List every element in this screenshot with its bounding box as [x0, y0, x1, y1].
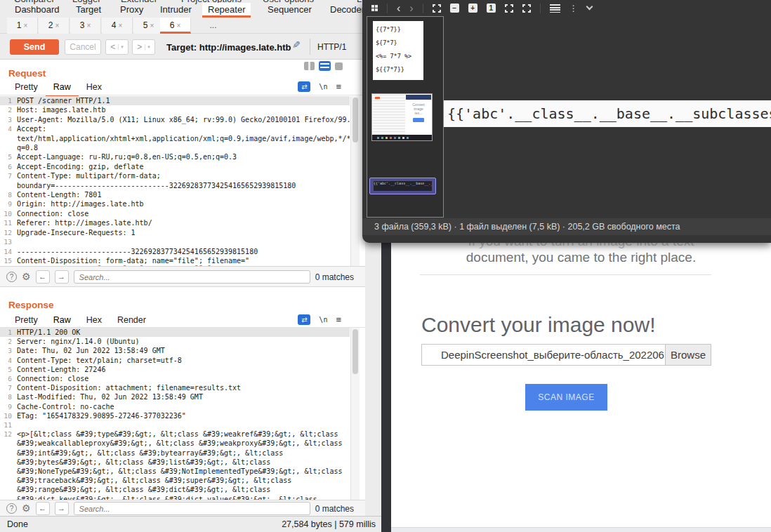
history-back-button[interactable]: < ▾: [105, 39, 128, 55]
code-line: 1POST /scanner HTTP/1.1: [0, 96, 350, 105]
response-scrollbar[interactable]: [350, 328, 360, 500]
code-line: 12<p>[&lt;class &#39;type&#39;&gt;, &lt;…: [0, 430, 350, 500]
payload-line: <%= 7*7 %>: [376, 50, 423, 63]
list-view-icon[interactable]: [550, 4, 560, 13]
response-editor-icons: ⇄ \n ≡: [298, 314, 341, 325]
line-text: Server: nginx/1.14.0 (Ubuntu): [17, 337, 140, 346]
single-layout-icon[interactable]: [335, 62, 343, 70]
close-icon[interactable]: ×: [150, 22, 154, 29]
burp-module-tab[interactable]: Target: [70, 3, 107, 18]
line-number: 4: [0, 124, 17, 152]
burp-module-tab[interactable]: Proxy: [114, 3, 149, 18]
thumbnail-screenshot[interactable]: Convert image tex...: [371, 93, 433, 141]
line-text: Accept-Language: ru-RU,ru;q=0.8,en-US;q=…: [17, 152, 237, 161]
help-icon[interactable]: ?: [6, 503, 17, 514]
thumbnail-payload-strip: {{'abc'.__class__.__base__.__subclasses_…: [374, 181, 432, 191]
burp-module-tab[interactable]: Sequencer: [262, 3, 317, 18]
code-line: 2Server: nginx/1.14.0 (Ubuntu): [0, 337, 350, 346]
code-line: 1HTTP/1.1 200 OK: [0, 328, 350, 337]
zoom-out-icon[interactable]: −: [450, 4, 459, 13]
match-count: 0 matches: [315, 272, 354, 282]
zoom-in-icon[interactable]: +: [468, 4, 477, 13]
zoom-actual-size-icon[interactable]: 1: [487, 4, 496, 13]
close-icon[interactable]: ×: [86, 22, 91, 29]
rows-layout-icon[interactable]: [319, 62, 330, 70]
prev-match-button[interactable]: ←: [36, 502, 50, 515]
burp-module-tab[interactable]: Dashboard: [9, 3, 65, 18]
close-icon[interactable]: ×: [176, 22, 180, 29]
repeater-tab[interactable]: 6×: [160, 18, 191, 34]
line-number: 8: [0, 392, 17, 401]
previous-image-icon[interactable]: ‹: [397, 4, 400, 13]
close-icon[interactable]: ×: [23, 22, 27, 29]
sync-icon[interactable]: ⇄: [298, 314, 310, 325]
columns-layout-icon[interactable]: [304, 62, 315, 70]
next-match-button[interactable]: →: [55, 270, 69, 284]
thumbnail-tiny-text: Convert image tex...: [406, 102, 431, 115]
newline-toggle-icon[interactable]: \n: [319, 316, 327, 324]
burp-status-bar: Done 27,584 bytes | 579 millis: [0, 516, 381, 532]
send-button[interactable]: Send: [10, 39, 59, 55]
chevron-down-icon[interactable]: ▾: [145, 44, 150, 50]
history-forward-button[interactable]: > ▾: [132, 39, 155, 55]
browser-page: If you want to turn an image into a text…: [381, 232, 771, 532]
help-icon[interactable]: ?: [6, 272, 17, 282]
response-raw-view[interactable]: 1HTTP/1.1 200 OK2Server: nginx/1.14.0 (U…: [0, 328, 350, 500]
close-icon[interactable]: ×: [55, 22, 59, 29]
browser-window-edge: [381, 232, 391, 532]
line-text: <p>[&lt;class &#39;type&#39;&gt;, &lt;cl…: [17, 430, 343, 500]
next-match-button[interactable]: →: [55, 502, 69, 515]
code-line: 7Content-Disposition: attachment; filena…: [0, 383, 350, 392]
http-version-selector[interactable]: HTTP/1: [317, 42, 346, 52]
grid-view-icon[interactable]: [371, 5, 374, 8]
image-viewer[interactable]: {{'abc'.__class__.__base__.__subclasses_…: [444, 100, 771, 127]
repeater-tab[interactable]: 2×: [39, 18, 70, 34]
cancel-button[interactable]: Cancel: [65, 39, 101, 55]
search-input[interactable]: [74, 270, 310, 284]
line-number: 11: [0, 218, 17, 227]
request-raw-view[interactable]: 1POST /scanner HTTP/1.12Host: images.lat…: [0, 96, 350, 266]
repeater-tab[interactable]: 4×: [102, 18, 133, 34]
search-input[interactable]: [74, 502, 310, 515]
gear-icon[interactable]: ⚙: [22, 503, 31, 514]
editor-menu-icon[interactable]: ≡: [336, 81, 341, 92]
edit-pencil-icon[interactable]: ✎: [292, 39, 301, 51]
editor-tab[interactable]: Pretty: [7, 81, 46, 96]
prev-match-button[interactable]: ←: [36, 270, 50, 284]
sync-icon[interactable]: ⇄: [298, 81, 310, 92]
line-text: HTTP/1.1 200 OK: [17, 328, 80, 337]
scrollbar-thumb[interactable]: [352, 98, 358, 142]
gear-icon[interactable]: ⚙: [22, 272, 31, 282]
repeater-tab[interactable]: ...: [199, 18, 230, 34]
divider: [420, 274, 711, 275]
burp-module-tab[interactable]: Repeater: [202, 3, 251, 18]
editor-tab[interactable]: Raw: [46, 81, 79, 96]
file-upload-field[interactable]: DeepinScreenshot_выберите-область_202206…: [421, 344, 711, 366]
code-line: 3Date: Thu, 02 Jun 2022 13:58:49 GMT: [0, 346, 350, 355]
editor-tab-label: Pretty: [15, 82, 38, 92]
more-options-icon[interactable]: ⋮: [569, 4, 578, 13]
zoom-fit-icon[interactable]: [433, 4, 441, 13]
thumbnail-ssti-payloads[interactable]: {{7*7}}${7*7}<%= 7*7 %>${{7*7}}: [373, 21, 423, 80]
close-icon[interactable]: ×: [118, 22, 122, 29]
burp-module-tab[interactable]: Intruder: [154, 3, 197, 18]
newline-toggle-icon[interactable]: \n: [319, 83, 327, 91]
next-image-icon[interactable]: ›: [409, 4, 413, 13]
thumbnail-selected-payload-image[interactable]: {{'abc'.__class__.__base__.__subclasses_…: [369, 178, 436, 194]
code-line: 7Content-Type: multipart/form-data; boun…: [0, 171, 350, 190]
chevron-down-icon[interactable]: ▾: [118, 44, 124, 50]
scan-image-button[interactable]: SCAN IMAGE: [525, 384, 607, 411]
line-text: Date: Thu, 02 Jun 2022 13:58:49 GMT: [17, 346, 165, 355]
request-scrollbar[interactable]: [350, 96, 360, 266]
toolbar-divider: [423, 4, 423, 13]
browse-button[interactable]: Browse: [665, 345, 711, 365]
editor-tab[interactable]: Hex: [79, 81, 110, 96]
editor-menu-icon[interactable]: ≡: [336, 314, 341, 325]
fit-width-icon[interactable]: [505, 4, 513, 13]
scrollbar-thumb[interactable]: [352, 329, 358, 374]
repeater-tab[interactable]: 3×: [70, 18, 101, 34]
chevron-down-icon[interactable]: [586, 4, 593, 11]
line-text: ETag: "1654178329.90895-27246-377032236": [17, 411, 186, 420]
repeater-tab[interactable]: 1×: [7, 18, 38, 34]
fullscreen-icon[interactable]: [522, 4, 531, 13]
